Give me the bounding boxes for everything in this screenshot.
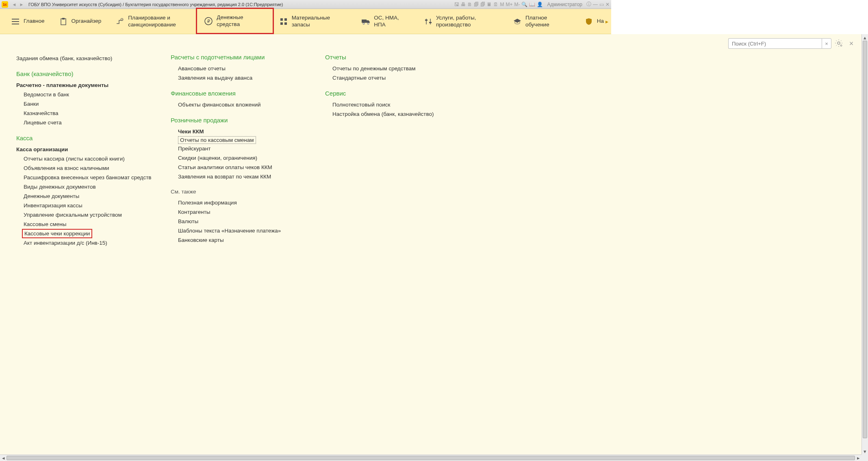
section-planning[interactable]: ₽ Планирование и санкционирование	[108, 9, 197, 34]
section-label: Планирование и санкционирование	[128, 15, 190, 28]
svg-point-12	[367, 23, 369, 24]
link-investment-objects[interactable]: Объекты финансовых вложений	[171, 100, 309, 109]
link-inv15[interactable]: Акт инвентаризации д/с (Инв-15)	[16, 238, 154, 248]
save-icon[interactable]: 🖫	[454, 2, 459, 7]
group-service[interactable]: Сервис	[325, 90, 463, 97]
shield-icon	[585, 17, 593, 26]
section-label: Услуги, работы, производство	[436, 15, 499, 28]
link-cashier-reports[interactable]: Отчеты кассира (листы кассовой книги)	[16, 154, 154, 163]
link-advance-reports[interactable]: Авансовые отчеты	[171, 64, 309, 73]
svg-rect-10	[362, 20, 367, 23]
section-education[interactable]: Платное обучение	[506, 9, 577, 34]
section-services[interactable]: Услуги, работы, производство	[417, 9, 506, 34]
book-icon[interactable]: 📖	[529, 2, 535, 7]
svg-rect-8	[280, 22, 283, 25]
section-money[interactable]: ₽ Денежные средства	[197, 9, 272, 34]
link-money-doc-types[interactable]: Виды денежных документов	[16, 182, 154, 191]
link-treasuries[interactable]: Казначейства	[16, 109, 154, 118]
truck-icon	[362, 17, 370, 26]
group-podotchet[interactable]: Расчеты с подотчетными лицами	[171, 54, 309, 61]
link-cash-deposit-decl[interactable]: Объявления на взнос наличными	[16, 163, 154, 173]
app-logo: 1c	[2, 1, 8, 8]
nav-back-icon[interactable]: ◄	[11, 1, 17, 8]
link-discounts[interactable]: Скидки (наценки, ограничения)	[171, 153, 309, 163]
link-bank-cards[interactable]: Банковские карты	[171, 235, 309, 245]
link-atm-deposit-detail[interactable]: Расшифровка внесенных через банкомат сре…	[16, 173, 154, 182]
link-fiscal-device[interactable]: Управление фискальным устройством	[16, 210, 154, 220]
calc-icon[interactable]: 🖩	[487, 2, 492, 7]
clipboard-icon	[59, 17, 67, 26]
nav-fwd-icon[interactable]: ►	[18, 1, 25, 8]
section-label: Платное обучение	[525, 15, 570, 28]
svg-rect-1	[62, 18, 65, 20]
maximize-icon[interactable]: ▭	[599, 2, 604, 7]
group-reports[interactable]: Отчеты	[325, 54, 463, 61]
link-fulltext-search[interactable]: Полнотекстовый поиск	[325, 100, 463, 109]
menu-icon	[11, 17, 20, 26]
link-kassa-org[interactable]: Касса организации	[16, 145, 154, 154]
grid-icon	[280, 17, 288, 26]
link-kkm-checks[interactable]: Чеки ККМ	[171, 127, 309, 136]
link-accounts[interactable]: Лицевые счета	[16, 118, 154, 127]
link-cash-shifts[interactable]: Кассовые смены	[16, 220, 154, 229]
link-standard-reports[interactable]: Стандартные отчеты	[325, 73, 463, 83]
link-correction-checks[interactable]: Кассовые чеки коррекции	[22, 229, 92, 238]
group-retail[interactable]: Розничные продажи	[171, 117, 309, 124]
m-button[interactable]: M	[500, 2, 504, 7]
svg-text:₽: ₽	[207, 19, 210, 24]
link-payment-docs[interactable]: Расчетно - платежные документы	[16, 80, 154, 90]
minimize-icon[interactable]: —	[593, 2, 598, 7]
calendar-icon[interactable]: 🗓	[493, 2, 498, 7]
svg-text:₽: ₽	[122, 19, 123, 21]
title-bar: 1c ◄ ► ГОБУ ВПО Университет искусств (Су…	[0, 0, 611, 9]
content-toolbar: × ×	[0, 34, 611, 50]
section-materials[interactable]: Материальные запасы	[273, 9, 355, 34]
section-main[interactable]: Главное	[4, 9, 52, 34]
link-bank-statements[interactable]: Ведомости в банк	[16, 90, 154, 99]
sliders-icon	[425, 17, 432, 26]
copy-icon[interactable]: 🗐	[480, 2, 485, 7]
print-icon[interactable]: 🖶	[461, 2, 466, 7]
gradcap-icon	[513, 17, 521, 26]
link-counterparties[interactable]: Контрагенты	[171, 207, 309, 217]
link-currencies[interactable]: Валюты	[171, 217, 309, 226]
close-window-icon[interactable]: ✕	[605, 2, 610, 7]
group-bank[interactable]: Банк (казначейство)	[16, 70, 154, 77]
ruble-icon: ₽	[204, 17, 213, 25]
svg-rect-13	[425, 20, 427, 21]
user-icon[interactable]: 👤	[537, 2, 543, 7]
content-wrap: × × Задания обмена (банк, казначейство) …	[0, 34, 611, 324]
user-name[interactable]: Администратор	[547, 2, 582, 7]
link-exchange-settings[interactable]: Настройка обмена (банк, казначейство)	[325, 109, 463, 119]
mminus-button[interactable]: M-	[514, 2, 520, 7]
link-exchange-tasks[interactable]: Задания обмена (банк, казначейство)	[16, 54, 154, 63]
section-label: Денежные средства	[217, 14, 265, 27]
info-icon[interactable]: ⓘ	[586, 1, 591, 8]
link-money-reports[interactable]: Отчеты по денежным средствам	[325, 64, 463, 73]
link-shift-reports[interactable]: Отчеты по кассовым сменам	[178, 136, 256, 144]
link-banks[interactable]: Банки	[16, 99, 154, 109]
section-label: Главное	[24, 18, 45, 24]
link-check-analytics[interactable]: Статьи аналитики оплаты чеков ККМ	[171, 163, 309, 172]
zoom-icon[interactable]: 🔍	[521, 2, 527, 7]
window-title: ГОБУ ВПО Университет искусств (Субсидия)…	[28, 2, 283, 7]
link-check-refund-req[interactable]: Заявления на возврат по чекам ККМ	[171, 172, 309, 181]
link-cash-inventory[interactable]: Инвентаризация кассы	[16, 201, 154, 210]
col-right: Отчеты Отчеты по денежным средствам Стан…	[325, 54, 463, 248]
section-nav: Главное Органайзер ₽ Планирование и санк…	[0, 9, 611, 34]
svg-point-11	[363, 23, 365, 24]
compare-icon[interactable]: 🗐	[474, 2, 479, 7]
link-advance-requests[interactable]: Заявления на выдачу аванса	[171, 73, 309, 83]
group-finvlozh[interactable]: Финансовые вложения	[171, 90, 309, 97]
link-money-docs[interactable]: Денежные документы	[16, 191, 154, 201]
mplus-button[interactable]: M+	[506, 2, 512, 7]
sections-scroll-right-icon[interactable]: ▸	[604, 9, 610, 34]
preview-icon[interactable]: 🗎	[467, 2, 472, 7]
link-useful-info[interactable]: Полезная информация	[171, 198, 309, 207]
link-pricelist[interactable]: Прейскурант	[171, 144, 309, 153]
svg-rect-14	[429, 22, 432, 23]
group-kassa[interactable]: Касса	[16, 135, 154, 141]
section-assets[interactable]: ОС, НМА, НПА	[354, 9, 417, 34]
section-organizer[interactable]: Органайзер	[52, 9, 109, 34]
link-payment-purpose-templates[interactable]: Шаблоны текста «Назначение платежа»	[171, 226, 309, 235]
